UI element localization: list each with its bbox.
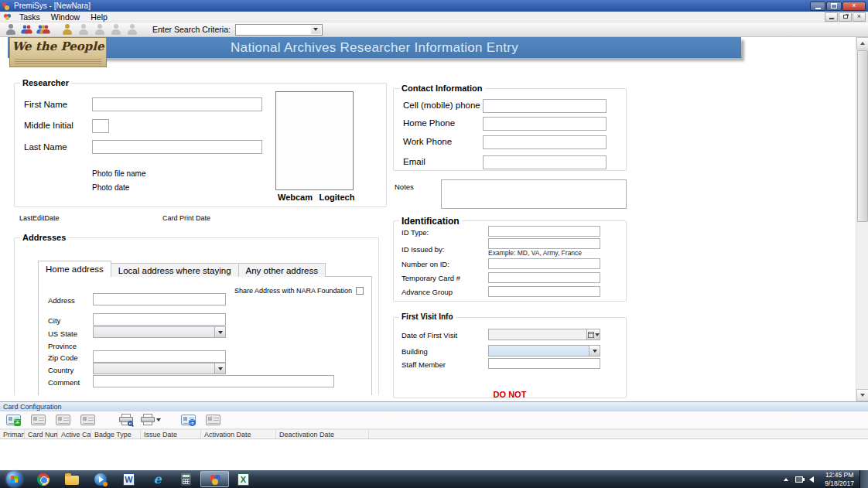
dropdown-arrow-icon[interactable]	[589, 346, 600, 356]
last-name-input[interactable]	[92, 140, 262, 154]
windows-taskbar: W e X 12:45 PM 9/18/2017	[0, 470, 868, 488]
child-window-icon[interactable]	[4, 13, 12, 21]
address-label: Address	[48, 296, 75, 305]
show-hidden-icons-button[interactable]	[784, 478, 788, 481]
vertical-scrollbar[interactable]	[856, 37, 868, 401]
dropdown-arrow-icon[interactable]	[214, 327, 225, 337]
menu-tasks[interactable]: Tasks	[14, 12, 46, 22]
menu-window[interactable]: Window	[46, 12, 85, 22]
column-issue-date[interactable]: Issue Date	[141, 430, 201, 439]
cell-phone-input[interactable]	[483, 99, 607, 113]
staff-member-input[interactable]	[488, 358, 600, 369]
column-active-card[interactable]: Active Card	[58, 430, 91, 439]
column-activation-date[interactable]: Activation Date	[201, 430, 276, 439]
us-state-label: US State	[48, 329, 77, 338]
dropdown-arrow-icon[interactable]	[311, 26, 321, 34]
child-minimize-button[interactable]	[825, 12, 838, 22]
webcam-button[interactable]: Webcam	[275, 191, 315, 203]
show-desktop-button[interactable]	[859, 470, 868, 488]
taskbar-media-player-button[interactable]	[86, 470, 114, 488]
taskbar-explorer-button[interactable]	[57, 470, 86, 488]
column-card-number[interactable]: Card Number	[25, 430, 58, 439]
menu-help[interactable]: Help	[85, 12, 113, 22]
taskbar-premisys-button[interactable]	[200, 471, 229, 487]
print-card-button[interactable]	[141, 412, 160, 428]
number-on-id-input[interactable]	[488, 258, 600, 269]
us-state-combobox[interactable]	[93, 326, 226, 338]
comment-input[interactable]	[93, 375, 334, 387]
tab-home-address[interactable]: Home address	[38, 261, 111, 277]
id-type-label: ID Type:	[402, 228, 429, 237]
country-combobox[interactable]	[93, 363, 226, 374]
researcher-person-button[interactable]	[2, 23, 19, 36]
card-tool-button[interactable]	[203, 412, 223, 428]
scrollbar-thumb[interactable]	[857, 50, 868, 222]
close-button[interactable]: ×	[842, 2, 866, 11]
city-input[interactable]	[93, 313, 226, 326]
date-of-first-visit-picker[interactable]	[488, 329, 600, 340]
scroll-up-button[interactable]	[856, 37, 868, 49]
middle-initial-input[interactable]	[92, 119, 109, 133]
child-close-button[interactable]: ×	[853, 12, 866, 22]
id-type-input[interactable]	[488, 226, 600, 237]
zip-code-input[interactable]	[93, 350, 226, 363]
first-name-input[interactable]	[92, 97, 262, 111]
child-restore-button[interactable]	[839, 12, 852, 22]
column-primary[interactable]: Primary	[0, 430, 25, 439]
share-address-checkbox[interactable]	[356, 287, 364, 295]
add-card-button[interactable]: +	[4, 412, 23, 428]
advance-group-input[interactable]	[488, 286, 600, 297]
taskbar-clock[interactable]: 12:45 PM 9/18/2017	[819, 471, 859, 487]
search-criteria-combobox[interactable]	[235, 24, 323, 36]
tab-local-address[interactable]: Local address where staying	[111, 263, 239, 277]
taskbar-calculator-button[interactable]	[172, 470, 200, 488]
taskbar-ie-button[interactable]: e	[143, 470, 172, 488]
excel-icon: X	[238, 473, 249, 486]
person-disabled-button-1[interactable]	[75, 23, 91, 36]
work-phone-input[interactable]	[483, 135, 607, 149]
print-preview-button[interactable]	[116, 412, 135, 428]
taskbar-excel-button[interactable]: X	[229, 470, 258, 488]
clock-date: 9/18/2017	[825, 479, 854, 488]
person-disabled-button-3[interactable]	[108, 23, 124, 36]
tray-volume-icon[interactable]	[809, 476, 814, 483]
start-button[interactable]	[0, 470, 29, 488]
logitech-button[interactable]: Logitech	[316, 191, 358, 203]
taskbar-word-button[interactable]: W	[114, 470, 143, 488]
address-input[interactable]	[93, 293, 226, 305]
tab-other-address[interactable]: Any other address	[238, 263, 326, 277]
deactivate-card-button[interactable]	[53, 412, 73, 428]
calendar-icon[interactable]	[586, 329, 600, 340]
badge-icon: ●	[189, 419, 196, 426]
maximize-button[interactable]	[826, 2, 842, 11]
person-disabled-button-2[interactable]	[91, 23, 108, 36]
building-combobox[interactable]	[488, 345, 600, 357]
email-input[interactable]	[483, 155, 607, 169]
home-phone-input[interactable]	[483, 117, 607, 131]
maximize-icon	[831, 3, 837, 9]
card-print-date-label: Card Print Date	[162, 214, 210, 222]
id-issued-by-hint: Example: MD, VA, Army, France	[488, 249, 582, 257]
encode-card-button[interactable]: ●	[179, 412, 198, 428]
edit-card-button[interactable]	[29, 412, 48, 428]
windows-start-icon	[6, 471, 22, 487]
people-pair-button[interactable]	[19, 23, 35, 36]
taskbar-chrome-button[interactable]	[29, 470, 57, 488]
column-deactivation-date[interactable]: Deactivation Date	[276, 430, 369, 439]
id-issued-by-input[interactable]	[488, 238, 600, 249]
researcher-photo-box	[275, 91, 354, 190]
notes-textarea[interactable]	[441, 179, 627, 209]
column-badge-type[interactable]: Badge Type	[91, 430, 141, 439]
person-gold-button[interactable]	[59, 23, 75, 36]
number-on-id-label: Number on ID:	[402, 260, 449, 268]
scroll-down-button[interactable]	[856, 389, 868, 401]
dropdown-arrow-icon[interactable]	[214, 363, 225, 374]
delete-card-button[interactable]	[78, 412, 97, 428]
printer-icon	[141, 414, 155, 426]
magnifier-icon	[128, 421, 133, 426]
temporary-card-input[interactable]	[488, 272, 600, 283]
people-group-button[interactable]	[35, 23, 51, 36]
home-phone-label: Home Phone	[403, 118, 455, 128]
person-disabled-button-4[interactable]	[124, 23, 140, 36]
minimize-button[interactable]	[810, 2, 825, 11]
